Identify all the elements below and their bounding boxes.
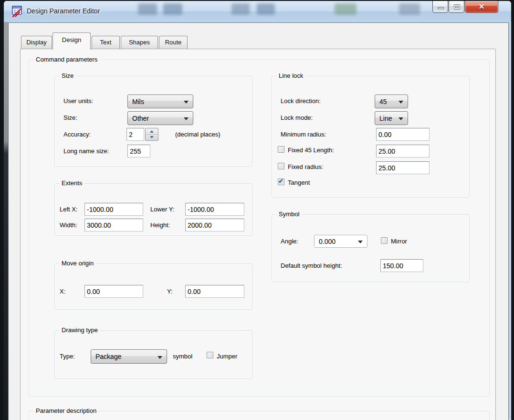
type-label: Type: [60, 353, 75, 360]
tangent-checkbox[interactable] [278, 178, 284, 185]
tangent-label: Tangent [288, 179, 310, 187]
background-blob [138, 3, 157, 15]
width-field[interactable] [84, 219, 143, 231]
lock-mode-label: Lock mode: [281, 114, 313, 122]
tab-design[interactable]: Design [52, 32, 91, 50]
tab-text[interactable]: Text [92, 36, 120, 49]
close-icon: ✕ [465, 2, 498, 11]
lower-y-field[interactable] [185, 203, 244, 216]
chevron-down-icon [157, 356, 162, 359]
dialog-client-area: Display Design Text Shapes Route Command… [9, 23, 508, 420]
window-controls: ✕ [432, 1, 499, 13]
titlebar[interactable]: Design Parameter Editor ✕ [4, 1, 511, 22]
accuracy-label: Accuracy: [63, 131, 91, 138]
move-origin-x-field[interactable] [84, 285, 143, 298]
height-label: Height: [150, 221, 170, 229]
size-label: Size: [63, 114, 77, 122]
tab-shapes[interactable]: Shapes [121, 36, 158, 49]
maximize-button[interactable] [449, 1, 464, 13]
drawing-type-group: Drawing type Type: Package symbol Jumper [54, 330, 252, 379]
symbol-group: Symbol Angle: 0.000 Mirror Default symbo… [272, 214, 470, 282]
lock-direction-select[interactable]: 45 [375, 94, 408, 108]
lock-mode-value: Line [379, 115, 392, 122]
fixed-radius-field[interactable] [376, 161, 430, 174]
mirror-label: Mirror [391, 238, 407, 245]
jumper-checkbox[interactable] [207, 352, 213, 358]
chevron-down-icon [358, 241, 363, 243]
tab-route[interactable]: Route [159, 36, 188, 49]
command-parameters-group: Command parameters Size User units: Mils… [29, 60, 490, 397]
lock-mode-select[interactable]: Line [375, 111, 408, 125]
background-blob [335, 3, 357, 15]
size-group: Size User units: Mils Size: Other Accura… [54, 76, 252, 167]
arrow-up-icon [150, 130, 154, 133]
background-blob [231, 3, 250, 15]
symbol-suffix-label: symbol [173, 353, 192, 360]
fixed-45-length-field[interactable] [376, 145, 430, 158]
parameter-description-group: Parameter description [29, 411, 490, 420]
move-origin-group-label: Move origin [59, 260, 96, 267]
left-x-field[interactable] [84, 203, 143, 216]
chevron-down-icon [399, 117, 403, 120]
angle-select[interactable]: 0.000 [314, 235, 367, 248]
drawing-type-group-label: Drawing type [59, 326, 100, 334]
tab-display[interactable]: Display [21, 36, 52, 49]
window-title: Design Parameter Editor [27, 7, 100, 15]
accuracy-field[interactable] [126, 128, 144, 141]
fixed-45-length-checkbox[interactable] [278, 146, 284, 153]
width-label: Width: [60, 221, 77, 229]
lock-direction-value: 45 [379, 98, 387, 105]
lower-y-label: Lower Y: [150, 206, 174, 213]
long-name-size-label: Long name size: [63, 147, 109, 155]
drawing-type-value: Package [95, 353, 121, 360]
user-units-select[interactable]: Mils [127, 94, 193, 108]
mirror-checkbox[interactable] [381, 237, 388, 244]
angle-value: 0.000 [319, 238, 336, 245]
move-origin-y-field[interactable] [185, 285, 244, 298]
fixed-45-length-label: Fixed 45 Length: [288, 147, 334, 154]
decimal-places-label: (decimal places) [175, 131, 220, 138]
arrow-down-icon [150, 136, 154, 138]
app-icon [11, 5, 23, 18]
maximize-icon [454, 5, 460, 9]
extents-group: Extents Left X: Lower Y: Width: Height: [54, 183, 252, 236]
minimize-icon [438, 7, 444, 9]
command-parameters-label: Command parameters [33, 56, 100, 63]
size-value: Other [132, 115, 149, 122]
size-select[interactable]: Other [127, 111, 193, 125]
default-symbol-height-field[interactable] [380, 259, 423, 272]
background-blob [399, 3, 420, 15]
accuracy-spinner [145, 128, 158, 141]
design-tab-page: Command parameters Size User units: Mils… [20, 49, 496, 420]
extents-group-label: Extents [59, 179, 84, 187]
height-field[interactable] [185, 219, 244, 231]
jumper-label: Jumper [217, 353, 237, 360]
minimize-button[interactable] [432, 1, 448, 13]
symbol-group-label: Symbol [276, 210, 302, 218]
spin-down-button[interactable] [146, 134, 158, 140]
design-parameter-editor-window: Design Parameter Editor ✕ Display Design… [3, 0, 512, 420]
move-origin-x-label: X: [60, 288, 65, 295]
close-button[interactable]: ✕ [465, 1, 498, 13]
chevron-down-icon [399, 101, 403, 104]
user-units-label: User units: [63, 97, 93, 105]
window-left-edge [4, 22, 8, 420]
minimum-radius-field[interactable] [376, 128, 430, 141]
left-x-label: Left X: [60, 206, 78, 213]
minimum-radius-label: Minimum radius: [281, 131, 326, 138]
line-lock-group-label: Line lock [276, 72, 305, 80]
long-name-size-field[interactable] [127, 145, 150, 158]
parameter-description-label: Parameter description [33, 407, 99, 415]
chevron-down-icon [184, 101, 189, 104]
move-origin-group: Move origin X: Y: [54, 263, 252, 310]
fixed-radius-label: Fixed radius: [288, 163, 323, 171]
fixed-radius-checkbox[interactable] [278, 163, 284, 169]
lock-direction-label: Lock direction: [281, 97, 321, 105]
drawing-type-select[interactable]: Package [91, 349, 167, 364]
background-blob [257, 3, 275, 15]
angle-label: Angle: [281, 238, 298, 245]
line-lock-group: Line lock Lock direction: 45 Lock mode: … [272, 76, 470, 198]
background-blob [163, 3, 182, 15]
size-group-label: Size [59, 72, 76, 80]
chevron-down-icon [184, 117, 189, 120]
